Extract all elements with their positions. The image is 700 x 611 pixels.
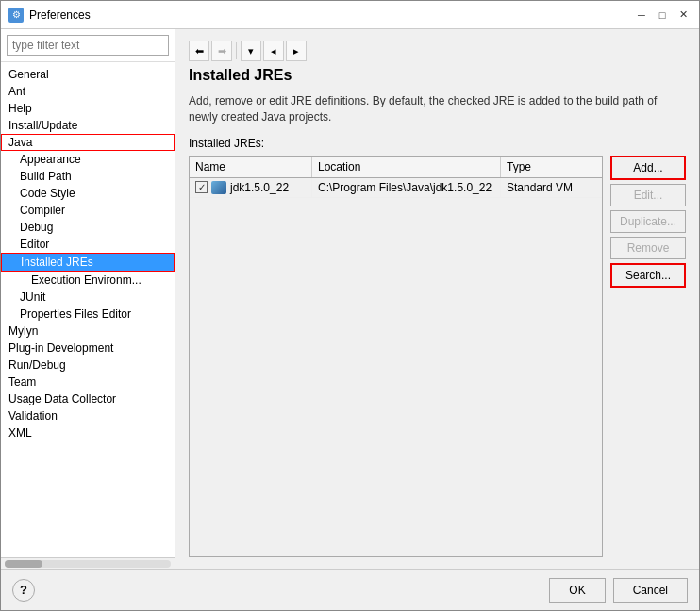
sidebar-item-java[interactable]: Java [1, 134, 175, 151]
sidebar-item-build-path[interactable]: Build Path [1, 168, 175, 185]
jre-name: jdk1.5.0_22 [230, 181, 289, 194]
jre-icon [211, 181, 226, 194]
edit-button[interactable]: Edit... [610, 184, 686, 206]
jre-container: Name Location Type ✓ jdk1.5.0_22 C:\Prog… [189, 156, 686, 557]
sidebar-item-appearance[interactable]: Appearance [1, 151, 175, 168]
jre-cell-location: C:\Program Files\Java\jdk1.5.0_22 [312, 178, 501, 197]
left-panel: General Ant Help Install/Update Java App… [1, 29, 175, 569]
main-content: General Ant Help Install/Update Java App… [1, 29, 699, 569]
col-header-name: Name [190, 157, 312, 177]
sidebar-item-run-debug[interactable]: Run/Debug [1, 356, 175, 373]
jre-table-header: Name Location Type [190, 157, 602, 178]
preferences-window: ⚙ Preferences ─ □ ✕ General Ant Help Ins… [0, 0, 700, 611]
jre-table: Name Location Type ✓ jdk1.5.0_22 C:\Prog… [189, 156, 603, 557]
sidebar-item-installed-jres[interactable]: Installed JREs [1, 253, 175, 272]
title-bar-left: ⚙ Preferences [8, 8, 91, 23]
window-title: Preferences [29, 8, 91, 22]
nav-back-button[interactable]: ⬅ [189, 41, 209, 61]
nav-prev-button[interactable]: ◂ [263, 41, 284, 61]
title-bar: ⚙ Preferences ─ □ ✕ [1, 1, 699, 29]
sidebar-item-xml[interactable]: XML [1, 424, 175, 441]
add-button[interactable]: Add... [610, 156, 686, 180]
tree-scrollbar[interactable] [1, 557, 175, 569]
panel-description: Add, remove or edit JRE definitions. By … [189, 93, 686, 125]
filter-box [1, 29, 175, 62]
bottom-bar: ? OK Cancel [1, 569, 699, 610]
bottom-actions: OK Cancel [549, 578, 688, 603]
help-button[interactable]: ? [12, 579, 35, 602]
filter-input[interactable] [7, 35, 169, 56]
jre-buttons: Add... Edit... Duplicate... Remove Searc… [610, 156, 686, 557]
scrollbar-thumb [5, 560, 42, 568]
minimize-button[interactable]: ─ [633, 7, 650, 24]
sidebar-item-mylyn[interactable]: Mylyn [1, 322, 175, 339]
col-header-location: Location [312, 157, 501, 177]
search-button[interactable]: Search... [610, 263, 686, 288]
sidebar-item-debug[interactable]: Debug [1, 219, 175, 236]
sidebar-item-install-update[interactable]: Install/Update [1, 117, 175, 134]
maximize-button[interactable]: □ [654, 7, 671, 24]
sidebar-item-general[interactable]: General [1, 66, 175, 83]
close-button[interactable]: ✕ [675, 7, 692, 24]
scrollbar-track [5, 560, 171, 568]
sidebar-item-compiler[interactable]: Compiler [1, 202, 175, 219]
tree-panel: General Ant Help Install/Update Java App… [1, 62, 175, 557]
jre-cell-type: Standard VM [501, 178, 602, 197]
jre-table-body: ✓ jdk1.5.0_22 C:\Program Files\Java\jdk1… [190, 178, 602, 556]
sidebar-item-junit[interactable]: JUnit [1, 289, 175, 306]
sidebar-item-validation[interactable]: Validation [1, 407, 175, 424]
jre-cell-name: ✓ jdk1.5.0_22 [190, 178, 312, 197]
right-panel: ⬅ ➡ ▾ ◂ ▸ Installed JREs Add, remove or … [175, 29, 699, 569]
sidebar-item-usage[interactable]: Usage Data Collector [1, 390, 175, 407]
cancel-button[interactable]: Cancel [613, 578, 688, 603]
nav-separator [236, 42, 237, 59]
sidebar-item-properties[interactable]: Properties Files Editor [1, 306, 175, 322]
sidebar-item-ant[interactable]: Ant [1, 83, 175, 100]
sidebar-item-plugin-dev[interactable]: Plug-in Development [1, 339, 175, 356]
remove-button[interactable]: Remove [610, 237, 686, 259]
duplicate-button[interactable]: Duplicate... [610, 210, 686, 233]
table-row[interactable]: ✓ jdk1.5.0_22 C:\Program Files\Java\jdk1… [190, 178, 602, 198]
jre-label: Installed JREs: [189, 137, 686, 150]
sidebar-item-help[interactable]: Help [1, 100, 175, 117]
nav-next-button[interactable]: ▸ [286, 41, 307, 61]
sidebar-item-exec-env[interactable]: Execution Environm... [1, 272, 175, 289]
window-icon: ⚙ [8, 8, 24, 23]
nav-toolbar: ⬅ ➡ ▾ ◂ ▸ [189, 41, 686, 61]
title-controls: ─ □ ✕ [633, 7, 692, 24]
sidebar-item-team[interactable]: Team [1, 373, 175, 390]
panel-title: Installed JREs [189, 67, 686, 84]
sidebar-item-editor[interactable]: Editor [1, 236, 175, 253]
nav-dropdown-button[interactable]: ▾ [241, 41, 261, 61]
col-header-type: Type [501, 157, 602, 177]
ok-button[interactable]: OK [549, 578, 605, 603]
nav-forward-button[interactable]: ➡ [211, 41, 232, 61]
sidebar-item-code-style[interactable]: Code Style [1, 185, 175, 202]
jre-checkbox[interactable]: ✓ [195, 181, 208, 193]
